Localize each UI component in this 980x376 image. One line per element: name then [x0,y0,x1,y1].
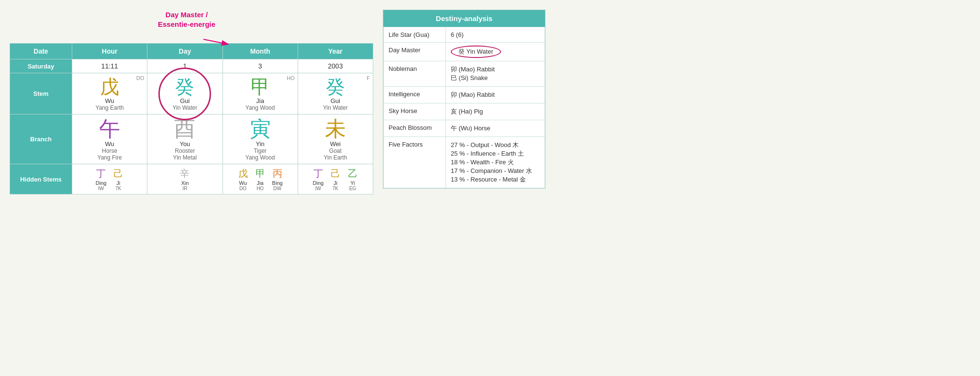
destiny-value-1: 癸 Yin Water [446,43,545,61]
stem-hour: DO 戊 Wu Yang Earth [72,73,147,114]
date-day: 1 [147,59,223,73]
destiny-value-0: 6 (6) [446,27,545,43]
destiny-table: Life Star (Gua)6 (6)Day Master癸 Yin Wate… [383,27,545,188]
stem-year: F 癸 Gui Yin Water [298,73,373,114]
destiny-row-0: Life Star (Gua)6 (6) [384,27,545,43]
destiny-row-4: Sky Horse亥 (Hai) Pig [384,103,545,120]
destiny-label-0: Life Star (Gua) [384,27,446,43]
date-row: Saturday 11:11 1 3 2003 [10,59,373,73]
stem-row: Stem DO 戊 Wu Yang Earth 癸 Gui Yin Water [10,73,373,114]
hidden-year: 丁 Ding IW 己 Ji 7K 乙 Yi [298,164,373,194]
stem-month: HO 甲 Jia Yang Wood [223,73,298,114]
branch-row: Branch 午 Wu Horse Yang Fire 酉 You Rooste… [10,114,373,164]
branch-row-label: Branch [10,114,72,164]
hidden-hour: 丁 Ding IW 己 Ji 7K [72,164,147,194]
destiny-header: Destiny-analysis [383,10,545,27]
destiny-label-3: Intelligence [384,87,446,103]
date-year: 2003 [298,59,373,73]
hidden-month-1: 戊 Wu DO [236,167,250,191]
date-hour: 11:11 [72,59,147,73]
destiny-value-2: 卯 (Mao) Rabbit巳 (Si) Snake [446,61,545,87]
hidden-day-1: 辛 Xin IR [178,167,192,191]
hidden-year-2: 己 Ji 7K [328,167,343,191]
hidden-hour-1: 丁 Ding IW [94,167,108,191]
destiny-value-3: 卯 (Mao) Rabbit [446,87,545,103]
destiny-label-4: Sky Horse [384,103,446,120]
destiny-label-2: Nobleman [384,61,446,87]
col-header-date: Date [10,44,72,59]
destiny-value-5: 午 (Wu) Horse [446,120,545,137]
hidden-month-3: 丙 Bing DW [270,167,285,191]
destiny-label-6: Five Factors [384,137,446,188]
col-header-year: Year [298,44,373,59]
col-header-month: Month [223,44,298,59]
destiny-section: Destiny-analysis Life Star (Gua)6 (6)Day… [383,10,546,189]
hidden-year-1: 丁 Ding IW [311,167,325,191]
hidden-row: Hidden Stems 丁 Ding IW 己 Ji [10,164,373,194]
destiny-row-5: Peach Blossom午 (Wu) Horse [384,120,545,137]
day-master-annotation: Day Master / Essentie-energie [158,10,215,29]
destiny-row-6: Five Factors27 % - Output - Wood 木25 % -… [384,137,545,188]
hidden-hour-2: 己 Ji 7K [111,167,125,191]
hidden-month-2: 甲 Jia HO [253,167,267,191]
col-header-day: Day [147,44,223,59]
destiny-label-1: Day Master [384,43,446,61]
day-master-highlight-wrapper: 癸 Yin Water [451,46,501,57]
bazi-table: Date Hour Day Month Year Saturday 11:11 … [10,43,373,194]
col-header-hour: Hour [72,44,147,59]
bazi-section: Day Master / Essentie-energie Date [10,10,373,194]
branch-hour: 午 Wu Horse Yang Fire [72,114,147,164]
destiny-label-5: Peach Blossom [384,120,446,137]
branch-year: 未 Wei Goat Yin Earth [298,114,373,164]
hidden-year-3: 乙 Yi EG [345,167,360,191]
destiny-row-1: Day Master癸 Yin Water [384,43,545,61]
destiny-value-4: 亥 (Hai) Pig [446,103,545,120]
hidden-day: 辛 Xin IR [147,164,223,194]
hidden-row-label: Hidden Stems [10,164,72,194]
annotation-line2: Essentie-energie [158,20,215,29]
stem-day: 癸 Gui Yin Water [147,73,223,114]
annotation-line1: Day Master / [166,10,208,20]
destiny-row-2: Nobleman卯 (Mao) Rabbit巳 (Si) Snake [384,61,545,87]
branch-day: 酉 You Rooster Yin Metal [147,114,223,164]
hidden-month: 戊 Wu DO 甲 Jia HO 丙 Bing [223,164,298,194]
day-master-value: 癸 Yin Water [458,48,493,55]
destiny-value-6: 27 % - Output - Wood 木25 % - Influence -… [446,137,545,188]
date-row-label: Saturday [10,59,72,73]
destiny-row-3: Intelligence卯 (Mao) Rabbit [384,87,545,103]
stem-row-label: Stem [10,73,72,114]
main-container: Day Master / Essentie-energie Date [10,10,970,194]
date-month: 3 [223,59,298,73]
branch-month: 寅 Yin Tiger Yang Wood [223,114,298,164]
